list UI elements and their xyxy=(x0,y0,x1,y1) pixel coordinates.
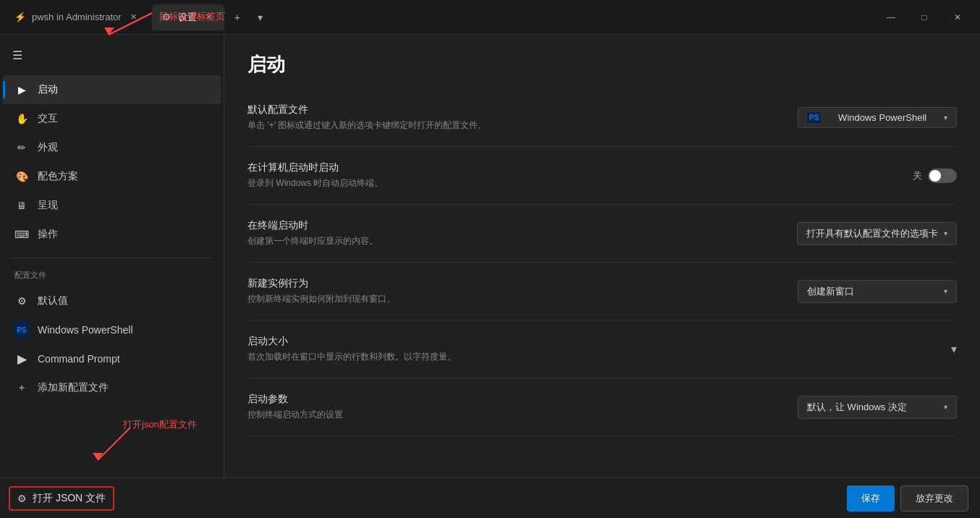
tab-settings[interactable]: ⚙ 设置 ✕ xyxy=(152,4,224,30)
settings-row-auto-start-info: 在计算机启动时启动 登录到 Windows 时自动启动终端。 xyxy=(248,161,890,190)
tab-dropdown-button[interactable]: ▾ xyxy=(250,7,271,27)
sidebar-item-interaction-label: 交互 xyxy=(38,112,58,125)
new-instance-dropdown[interactable]: 创建新窗口 ▾ xyxy=(798,280,957,303)
minimize-icon: — xyxy=(887,12,895,22)
startup-args-dropdown[interactable]: 默认，让 Windows 决定 ▾ xyxy=(798,396,957,419)
content-header: 启动 xyxy=(224,35,980,89)
startup-args-title: 启动参数 xyxy=(248,393,774,406)
sidebar-item-add-profile-label: 添加新配置文件 xyxy=(38,381,109,394)
close-icon: ✕ xyxy=(954,12,961,22)
sidebar-item-add-profile[interactable]: ＋ 添加新配置文件 xyxy=(3,373,221,402)
new-instance-desc: 控制新终端实例如何附加到现有窗口。 xyxy=(248,293,774,305)
settings-row-new-instance: 新建实例行为 控制新终端实例如何附加到现有窗口。 创建新窗口 ▾ xyxy=(248,263,957,320)
on-startup-dropdown-value: 打开具有默认配置文件的选项卡 xyxy=(806,227,938,240)
add-profile-icon: ＋ xyxy=(14,381,29,395)
sidebar-nav-section: ▶ 启动 ✋ 交互 ✏ 外观 🎨 配色方案 🖥 呈现 xyxy=(0,72,224,252)
on-startup-title: 在终端启动时 xyxy=(248,219,774,232)
auto-start-desc: 登录到 Windows 时自动启动终端。 xyxy=(248,177,890,190)
app-body: ☰ ▶ 启动 ✋ 交互 ✏ 外观 🎨 配色方案 xyxy=(0,35,980,518)
sidebar-item-powershell-label: Windows PowerShell xyxy=(38,324,133,336)
titlebar: ⚡ pwsh in Administrator ✕ ⚙ 设置 ✕ + ▾ — □… xyxy=(0,0,980,35)
new-instance-dropdown-value: 创建新窗口 xyxy=(807,285,854,298)
startup-size-control: ▾ xyxy=(951,342,957,356)
toggle-track[interactable] xyxy=(928,169,957,183)
bottom-bar: ⚙ 打开 JSON 文件 保存 放弃更改 xyxy=(0,477,980,518)
sidebar-item-appearance-label: 外观 xyxy=(38,141,58,154)
sidebar-item-startup[interactable]: ▶ 启动 xyxy=(3,75,221,104)
hamburger-button[interactable]: ☰ xyxy=(6,43,29,67)
titlebar-tabs: ⚡ pwsh in Administrator ✕ ⚙ 设置 ✕ + ▾ xyxy=(6,4,871,30)
auto-start-title: 在计算机启动时启动 xyxy=(248,161,890,174)
on-startup-chevron-icon: ▾ xyxy=(944,229,947,237)
open-json-icon: ⚙ xyxy=(17,493,27,504)
page-title: 启动 xyxy=(248,52,957,77)
settings-tab-icon: ⚙ xyxy=(161,12,172,23)
sidebar-item-interaction[interactable]: ✋ 交互 xyxy=(3,104,221,133)
sidebar-profiles-section: ⚙ 默认值 PS Windows PowerShell ▶ Command Pr… xyxy=(0,284,224,405)
startup-size-title: 启动大小 xyxy=(248,335,928,348)
default-profile-dropdown-value: Windows PowerShell xyxy=(838,112,926,123)
toggle-thumb xyxy=(929,170,941,182)
sidebar-item-appearance[interactable]: ✏ 外观 xyxy=(3,133,221,162)
sidebar-profiles-section-label: 配置文件 xyxy=(0,264,224,284)
sidebar-item-rendering[interactable]: 🖥 呈现 xyxy=(3,191,221,220)
sidebar-item-rendering-label: 呈现 xyxy=(38,199,58,212)
sidebar-item-defaults[interactable]: ⚙ 默认值 xyxy=(3,286,221,315)
rendering-icon: 🖥 xyxy=(14,198,29,213)
sidebar-item-actions-label: 操作 xyxy=(38,228,58,241)
auto-start-toggle-label: 关 xyxy=(913,169,922,182)
settings-row-on-startup-info: 在终端启动时 创建第一个终端时应显示的内容。 xyxy=(248,219,774,247)
maximize-button[interactable]: □ xyxy=(908,6,941,29)
new-instance-control: 创建新窗口 ▾ xyxy=(798,280,957,303)
save-button[interactable]: 保存 xyxy=(847,485,895,511)
settings-row-startup-size-info: 启动大小 首次加载时在窗口中显示的行数和列数。以字符度量。 xyxy=(248,335,928,363)
auto-start-toggle[interactable]: 关 xyxy=(913,169,957,183)
sidebar-item-defaults-label: 默认值 xyxy=(38,294,68,307)
new-instance-chevron-icon: ▾ xyxy=(944,287,947,295)
close-button[interactable]: ✕ xyxy=(941,6,974,29)
on-startup-control: 打开具有默认配置文件的选项卡 ▾ xyxy=(797,222,957,245)
settings-row-new-instance-info: 新建实例行为 控制新终端实例如何附加到现有窗口。 xyxy=(248,277,774,305)
settings-row-on-startup: 在终端启动时 创建第一个终端时应显示的内容。 打开具有默认配置文件的选项卡 ▾ xyxy=(248,205,957,263)
add-tab-button[interactable]: + xyxy=(227,7,248,27)
actions-icon: ⌨ xyxy=(14,227,29,242)
startup-icon: ▶ xyxy=(14,82,29,97)
tab-pwsh-label: pwsh in Administrator xyxy=(32,12,122,22)
startup-args-dropdown-value: 默认，让 Windows 决定 xyxy=(807,401,907,414)
tab-settings-close[interactable]: ✕ xyxy=(203,11,216,24)
discard-button[interactable]: 放弃更改 xyxy=(900,485,968,511)
hamburger-icon: ☰ xyxy=(12,48,22,62)
sidebar-item-cmd-label: Command Prompt xyxy=(38,353,120,365)
sidebar: ☰ ▶ 启动 ✋ 交互 ✏ 外观 🎨 配色方案 xyxy=(0,35,224,518)
startup-args-desc: 控制终端启动方式的设置 xyxy=(248,409,774,421)
dropdown-ps-icon: PS xyxy=(807,112,821,123)
startup-args-chevron-icon: ▾ xyxy=(944,403,947,411)
tab-pwsh[interactable]: ⚡ pwsh in Administrator ✕ xyxy=(6,4,149,30)
minimize-button[interactable]: — xyxy=(874,6,908,29)
sidebar-item-actions[interactable]: ⌨ 操作 xyxy=(3,220,221,249)
settings-row-auto-start: 在计算机启动时启动 登录到 Windows 时自动启动终端。 关 xyxy=(248,147,957,205)
maximize-icon: □ xyxy=(921,12,926,22)
sidebar-item-cmd[interactable]: ▶ Command Prompt xyxy=(3,344,221,373)
tab-pwsh-close[interactable]: ✕ xyxy=(127,11,140,24)
default-profile-title: 默认配置文件 xyxy=(248,103,774,116)
new-instance-title: 新建实例行为 xyxy=(248,277,774,290)
defaults-icon: ⚙ xyxy=(14,294,29,308)
sidebar-item-colorscheme-label: 配色方案 xyxy=(38,170,78,183)
settings-row-startup-args: 启动参数 控制终端启动方式的设置 默认，让 Windows 决定 ▾ xyxy=(248,378,957,436)
tab-dropdown-icon: ▾ xyxy=(258,12,263,23)
sidebar-item-startup-label: 启动 xyxy=(38,83,58,96)
pwsh-tab-icon: ⚡ xyxy=(14,12,26,23)
open-json-button[interactable]: ⚙ 打开 JSON 文件 xyxy=(9,486,114,511)
open-json-label: 打开 JSON 文件 xyxy=(33,492,106,505)
sidebar-item-colorscheme[interactable]: 🎨 配色方案 xyxy=(3,162,221,191)
settings-row-startup-size: 启动大小 首次加载时在窗口中显示的行数和列数。以字符度量。 ▾ xyxy=(248,320,957,378)
window-controls: — □ ✕ xyxy=(874,6,974,29)
sidebar-item-powershell[interactable]: PS Windows PowerShell xyxy=(3,315,221,344)
on-startup-dropdown[interactable]: 打开具有默认配置文件的选项卡 ▾ xyxy=(797,222,957,245)
add-tab-icon: + xyxy=(234,12,240,23)
startup-size-expand-icon[interactable]: ▾ xyxy=(951,342,957,356)
default-profile-dropdown[interactable]: PS Windows PowerShell ▾ xyxy=(798,107,957,128)
dropdown-chevron-icon: ▾ xyxy=(944,114,947,122)
default-profile-control: PS Windows PowerShell ▾ xyxy=(798,107,957,128)
